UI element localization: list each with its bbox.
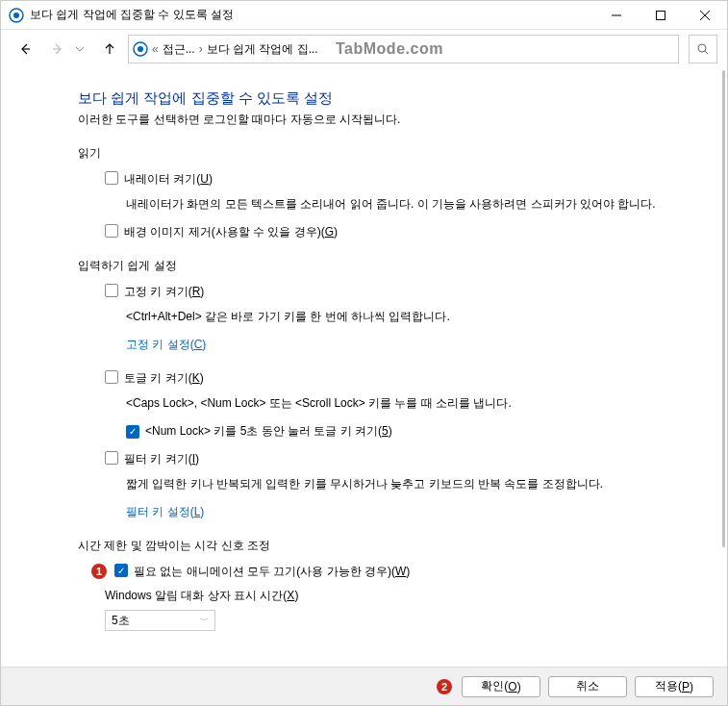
remove-bg-label[interactable]: 배경 이미지 제거(사용할 수 있을 경우)(G) [124, 224, 338, 240]
apply-button[interactable]: 적용(P) [635, 676, 714, 697]
filter-keys-checkbox[interactable] [105, 451, 118, 465]
option-disable-animations: 1 ✓ 필요 없는 애니메이션 모두 끄기(사용 가능한 경우)(W) [91, 564, 708, 580]
ok-button[interactable]: 확인(O) [462, 676, 540, 697]
svg-point-10 [138, 46, 143, 52]
search-button[interactable] [689, 35, 717, 63]
filter-keys-desc: 짧게 입력한 키나 반복되게 입력한 키를 무시하거나 늦추고 키보드의 반복 … [126, 475, 665, 492]
section-visual-header: 시간 제한 및 깜박이는 시각 신호 조정 [78, 538, 708, 554]
forward-button[interactable] [43, 35, 72, 63]
toggle-keys-label[interactable]: 토글 키 켜기(K) [124, 370, 204, 387]
filter-keys-label[interactable]: 필터 키 켜기(I) [124, 451, 199, 467]
notification-duration: Windows 알림 대화 상자 표시 시간(X) 5초 ﹀ [105, 588, 708, 631]
breadcrumb-item1[interactable]: 접근... [163, 41, 195, 58]
chevron-down-icon: ﹀ [200, 615, 209, 627]
disable-animations-label[interactable]: 필요 없는 애니메이션 모두 끄기(사용 가능한 경우)(W) [134, 564, 410, 580]
option-toggle-keys: 토글 키 켜기(K) [105, 370, 708, 387]
scrollbar[interactable] [720, 70, 726, 667]
svg-point-1 [13, 13, 19, 18]
content: 보다 쉽게 작업에 집중할 수 있도록 설정 이러한 도구를 선택하면 로그인할… [1, 70, 727, 650]
option-sticky-keys: 고정 키 켜기(R) [105, 284, 708, 300]
notification-duration-label: Windows 알림 대화 상자 표시 시간(X) [105, 588, 708, 604]
history-dropdown[interactable] [76, 45, 91, 54]
svg-point-11 [698, 44, 706, 52]
narrator-desc: 내레이터가 화면의 모든 텍스트를 소리내어 읽어 줍니다. 이 기능을 사용하… [126, 195, 665, 213]
search-icon [697, 43, 709, 55]
notification-duration-select[interactable]: 5초 ﹀ [105, 610, 215, 631]
section-typing-header: 입력하기 쉽게 설정 [78, 258, 708, 274]
minimize-button[interactable] [594, 1, 639, 30]
toggle-keys-desc: <Caps Lock>, <Num Lock> 또는 <Scroll Lock>… [126, 394, 665, 412]
badge-1: 1 [91, 564, 107, 579]
filter-keys-settings-link[interactable]: 필터 키 설정(L) [126, 505, 204, 518]
sticky-keys-settings-link[interactable]: 고정 키 설정(C) [126, 338, 206, 351]
app-icon [9, 8, 24, 23]
toggle-keys-checkbox[interactable] [105, 370, 118, 384]
option-toggle-keys-sub: ✓ <Num Lock> 키를 5초 동안 눌러 토글 키 켜기(5) [126, 423, 708, 440]
cancel-button[interactable]: 취소 [548, 676, 627, 697]
remove-bg-checkbox[interactable] [105, 224, 118, 238]
numlock-5sec-label[interactable]: <Num Lock> 키를 5초 동안 눌러 토글 키 켜기(5) [145, 423, 392, 440]
window-title: 보다 쉽게 작업에 집중할 수 있도록 설정 [30, 7, 594, 23]
breadcrumb-item2[interactable]: 보다 쉽게 작업에 집... [207, 41, 318, 58]
window-controls [594, 1, 727, 30]
filter-keys-link-row: 필터 키 설정(L) [126, 504, 708, 520]
content-scroll[interactable]: 보다 쉽게 작업에 집중할 수 있도록 설정 이러한 도구를 선택하면 로그인할… [1, 70, 727, 667]
svg-line-12 [705, 51, 708, 54]
sticky-keys-label[interactable]: 고정 키 켜기(R) [124, 284, 204, 300]
svg-rect-3 [657, 11, 665, 19]
disable-animations-checkbox[interactable]: ✓ [114, 564, 128, 577]
narrator-checkbox[interactable] [105, 171, 118, 185]
badge-2: 2 [437, 679, 452, 694]
breadcrumb-sep: « [152, 42, 159, 56]
sticky-keys-desc: <Ctrl+Alt+Del> 같은 바로 가기 키를 한 번에 하나씩 입력합니… [126, 308, 665, 325]
scrollbar-thumb[interactable] [722, 70, 725, 547]
notification-duration-value: 5초 [112, 613, 130, 629]
up-button[interactable] [95, 35, 124, 63]
maximize-button[interactable] [639, 1, 683, 30]
option-narrator: 내레이터 켜기(U) [105, 171, 708, 188]
close-button[interactable] [683, 1, 727, 30]
option-remove-bg: 배경 이미지 제거(사용할 수 있을 경우)(G) [105, 224, 708, 240]
page-title: 보다 쉽게 작업에 집중할 수 있도록 설정 [78, 89, 708, 108]
page-subtitle: 이러한 도구를 선택하면 로그인할 때마다 자동으로 시작됩니다. [78, 112, 708, 128]
button-bar: 2 확인(O) 취소 적용(P) [1, 667, 727, 705]
breadcrumb[interactable]: « 접근... › 보다 쉽게 작업에 집... TabMode.com [128, 35, 679, 63]
navbar: « 접근... › 보다 쉽게 작업에 집... TabMode.com [1, 30, 727, 68]
sticky-keys-checkbox[interactable] [105, 284, 118, 297]
breadcrumb-icon [133, 41, 148, 57]
titlebar: 보다 쉽게 작업에 집중할 수 있도록 설정 [1, 1, 727, 30]
chevron-right-icon: › [199, 42, 203, 56]
section-reading-header: 읽기 [78, 145, 708, 162]
back-button[interactable] [11, 35, 39, 63]
option-filter-keys: 필터 키 켜기(I) [105, 451, 708, 467]
sticky-keys-link-row: 고정 키 설정(C) [126, 337, 708, 353]
numlock-5sec-checkbox[interactable]: ✓ [126, 425, 139, 439]
watermark: TabMode.com [336, 40, 443, 58]
narrator-label[interactable]: 내레이터 켜기(U) [124, 171, 213, 188]
